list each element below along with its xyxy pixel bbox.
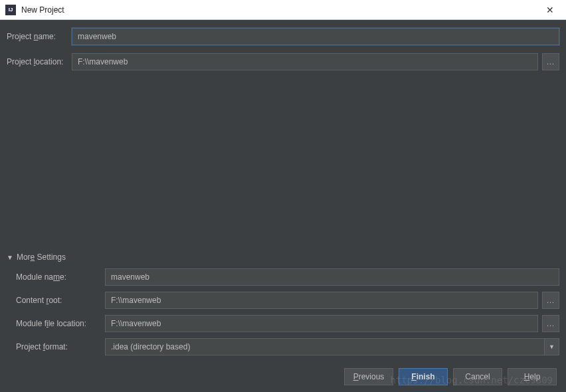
module-file-location-row: Module file location: ... [16,315,559,332]
content-root-label: Content root: [16,296,105,305]
module-name-input[interactable] [105,268,559,286]
module-name-label: Module name: [16,272,105,282]
project-name-input[interactable] [72,28,559,45]
project-format-label: Project format: [16,342,105,351]
help-button[interactable]: Help [508,368,557,385]
content-root-input[interactable] [105,292,538,309]
project-location-label: Project location: [7,57,72,66]
module-file-location-input[interactable] [105,315,538,332]
project-name-label: Project name: [7,32,72,41]
module-name-row: Module name: [16,268,559,286]
module-file-location-browse-button[interactable]: ... [542,315,559,332]
project-location-row: Project location: ... [7,53,559,70]
previous-button[interactable]: Previous [344,368,393,385]
module-file-location-label: Module file location: [16,319,105,328]
project-location-input[interactable] [72,53,538,70]
project-format-value: .idea (directory based) [105,338,545,355]
content-root-browse-button[interactable]: ... [542,292,559,309]
content-root-row: Content root: ... [16,292,559,309]
dialog-footer: Previous Finish Cancel Help [0,361,566,392]
project-format-select[interactable]: .idea (directory based) ▼ [105,338,559,355]
more-settings-toggle[interactable]: ▼ More Settings [7,252,559,262]
cancel-button[interactable]: Cancel [453,368,502,385]
chevron-down-icon: ▼ [7,254,13,261]
close-icon[interactable]: ✕ [539,0,561,20]
finish-button[interactable]: Finish [399,368,448,385]
chevron-down-icon: ▼ [545,338,559,355]
window-title: New Project [21,5,539,15]
titlebar: New Project ✕ [0,0,566,20]
app-icon [5,5,16,15]
project-location-browse-button[interactable]: ... [542,53,559,70]
more-settings-panel: Module name: Content root: ... Module fi… [7,268,559,361]
spacer [7,78,559,252]
dialog-content: Project name: Project location: ... ▼ Mo… [0,20,566,361]
project-format-row: Project format: .idea (directory based) … [16,338,559,355]
project-name-row: Project name: [7,28,559,45]
